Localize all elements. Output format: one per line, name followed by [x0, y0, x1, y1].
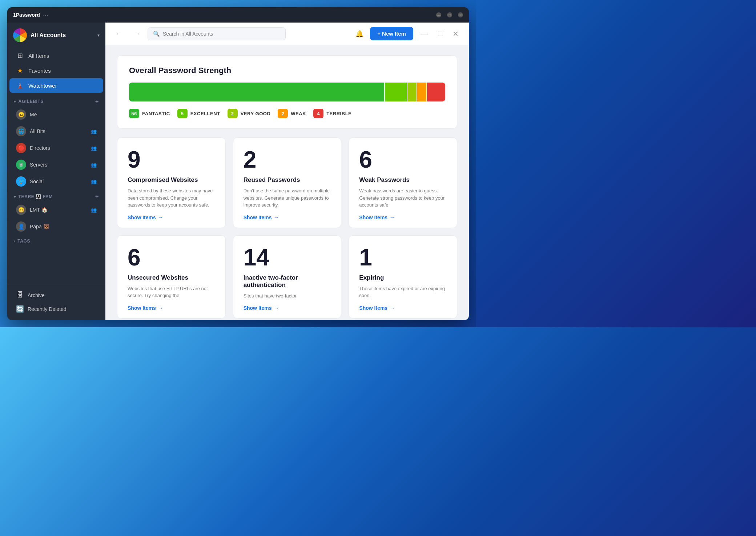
- vault-item-servers[interactable]: 🖥 Servers 👥: [9, 157, 103, 173]
- teare-chevron-icon: ▾: [14, 195, 16, 199]
- vault-shared-icon-social: 👥: [91, 179, 97, 184]
- very-good-bar: [407, 83, 417, 101]
- recently-deleted-icon: 🔄: [16, 305, 24, 313]
- arrow-icon-6: →: [390, 305, 395, 311]
- teare-add-button[interactable]: +: [95, 193, 99, 200]
- back-button[interactable]: ←: [113, 28, 126, 39]
- vault-shared-icon-directors: 👥: [91, 145, 97, 151]
- title-bar-left: 1Password ···: [13, 11, 48, 19]
- sidebar-item-recently-deleted[interactable]: 🔄 Recently Deleted: [9, 302, 103, 316]
- excellent-label: EXCELLENT: [190, 111, 220, 116]
- sidebar-item-archive[interactable]: 🗄 Archive: [9, 288, 103, 302]
- title-bar-menu[interactable]: ···: [43, 11, 48, 19]
- arrow-icon-5: →: [274, 305, 279, 311]
- compromised-show-items-label: Show Items: [128, 215, 156, 220]
- search-bar[interactable]: 🔍: [148, 27, 286, 40]
- terrible-label: TERRIBLE: [326, 111, 351, 116]
- inactive-2fa-number: 14: [244, 246, 331, 269]
- unsecured-show-items[interactable]: Show Items →: [128, 305, 215, 311]
- tags-section-header[interactable]: › TAGS: [7, 235, 105, 245]
- very-good-label: VERY GOOD: [241, 111, 271, 116]
- content-area: ← → 🔍 🔔 + New Item — □ ✕ Overall: [105, 23, 469, 320]
- sidebar-item-favorites[interactable]: ★ Favorites: [9, 63, 103, 78]
- strength-card: Overall Password Strength 56 FANTASTIC: [117, 55, 457, 129]
- card-unsecured: 6 Unsecured Websites Websites that use H…: [117, 235, 226, 319]
- teare-section-header: ▾ TEARE 👨‍👩‍👧 FAM +: [7, 190, 105, 201]
- forward-button[interactable]: →: [130, 28, 143, 39]
- tags-chevron-icon: ›: [14, 239, 15, 243]
- arrow-icon-4: →: [158, 305, 163, 311]
- close-button[interactable]: ✕: [458, 12, 463, 17]
- fantastic-bar: [129, 83, 384, 101]
- legend-fantastic: 56 FANTASTIC: [129, 109, 170, 118]
- vault-avatar-social: 🐦: [16, 176, 26, 187]
- vault-item-all-bits[interactable]: 🌐 All Bits 👥: [9, 123, 103, 139]
- compromised-show-items[interactable]: Show Items →: [128, 215, 215, 220]
- agilebits-add-button[interactable]: +: [95, 98, 99, 105]
- main-layout: All Accounts ▾ ⊞ All Items ★ Favorites 🗼…: [7, 23, 469, 320]
- reused-show-items[interactable]: Show Items →: [244, 215, 331, 220]
- sidebar-item-all-items[interactable]: ⊞ All Items: [9, 48, 103, 63]
- vault-item-papa[interactable]: 👤 Papa 🐻: [9, 219, 103, 235]
- vault-name-social: Social: [30, 179, 87, 184]
- expiring-title: Expiring: [359, 274, 447, 281]
- arrow-icon-3: →: [390, 215, 395, 220]
- vault-avatar-servers: 🖥: [16, 160, 26, 170]
- unsecured-number: 6: [128, 246, 215, 269]
- terrible-badge: 4: [313, 109, 323, 118]
- weak-desc: Weak passwords are easier to guess. Gene…: [359, 187, 447, 209]
- vault-name-all-bits: All Bits: [30, 128, 87, 134]
- new-item-button[interactable]: + New Item: [370, 27, 413, 40]
- card-inactive-2fa: 14 Inactive two-factor authentication Si…: [233, 235, 342, 319]
- window-maximize-btn[interactable]: □: [435, 28, 445, 39]
- maximize-button[interactable]: □: [447, 12, 452, 17]
- fantastic-badge: 56: [129, 109, 139, 118]
- legend-very-good: 2 VERY GOOD: [228, 109, 271, 118]
- legend-terrible: 4 TERRIBLE: [313, 109, 351, 118]
- vault-shared-icon-all-bits: 👥: [91, 129, 97, 134]
- archive-icon: 🗄: [16, 291, 24, 299]
- vault-item-me[interactable]: 😐 Me: [9, 107, 103, 123]
- teare-label: TEARE 👨‍👩‍👧 FAM: [19, 194, 53, 199]
- weak-badge: 2: [278, 109, 288, 118]
- vault-avatar-lmt: 😊: [16, 205, 26, 215]
- notifications-button[interactable]: 🔔: [353, 28, 366, 40]
- toolbar-right: 🔔 + New Item — □ ✕: [353, 27, 462, 40]
- window-close-btn[interactable]: ✕: [450, 28, 462, 40]
- window-minimize-btn[interactable]: —: [418, 28, 431, 39]
- reused-show-items-label: Show Items: [244, 215, 272, 220]
- all-items-label: All Items: [28, 53, 49, 59]
- agilebits-label: AGILEBITS: [19, 99, 44, 104]
- watchtower-label: Watchtower: [28, 83, 57, 89]
- main-content: Overall Password Strength 56 FANTASTIC: [105, 45, 469, 320]
- watchtower-icon: 🗼: [16, 81, 24, 89]
- arrow-icon-2: →: [274, 215, 279, 220]
- toolbar: ← → 🔍 🔔 + New Item — □ ✕: [105, 23, 469, 45]
- card-weak: 6 Weak Passwords Weak passwords are easi…: [349, 137, 457, 228]
- weak-show-items[interactable]: Show Items →: [359, 215, 447, 220]
- unsecured-show-items-label: Show Items: [128, 305, 156, 311]
- inactive-2fa-show-items[interactable]: Show Items →: [244, 305, 331, 311]
- very-good-badge: 2: [228, 109, 238, 118]
- window-controls: — □ ✕: [436, 12, 463, 17]
- vault-item-lmt[interactable]: 😊 LMT 🏠 👥: [9, 202, 103, 218]
- recently-deleted-label: Recently Deleted: [28, 306, 67, 312]
- reused-desc: Don't use the same password on multiple …: [244, 187, 331, 209]
- minimize-button[interactable]: —: [436, 12, 441, 17]
- strength-bar: [129, 83, 445, 101]
- vault-shared-icon-lmt: 👥: [91, 207, 97, 213]
- favorites-icon: ★: [16, 67, 24, 75]
- sidebar-item-watchtower[interactable]: 🗼 Watchtower: [9, 78, 103, 93]
- expiring-show-items[interactable]: Show Items →: [359, 305, 447, 311]
- account-header[interactable]: All Accounts ▾: [7, 23, 105, 47]
- app-title: 1Password: [13, 12, 40, 18]
- sidebar: All Accounts ▾ ⊞ All Items ★ Favorites 🗼…: [7, 23, 105, 320]
- vault-item-directors[interactable]: 🔴 Directors 👥: [9, 140, 103, 156]
- account-chevron-icon: ▾: [97, 33, 100, 38]
- expiring-desc: These items have expired or are expiring…: [359, 285, 447, 300]
- search-input[interactable]: [163, 31, 280, 37]
- vault-item-social[interactable]: 🐦 Social 👥: [9, 173, 103, 189]
- expiring-show-items-label: Show Items: [359, 305, 387, 311]
- strength-title: Overall Password Strength: [129, 66, 445, 75]
- compromised-title: Compromised Websites: [128, 176, 215, 184]
